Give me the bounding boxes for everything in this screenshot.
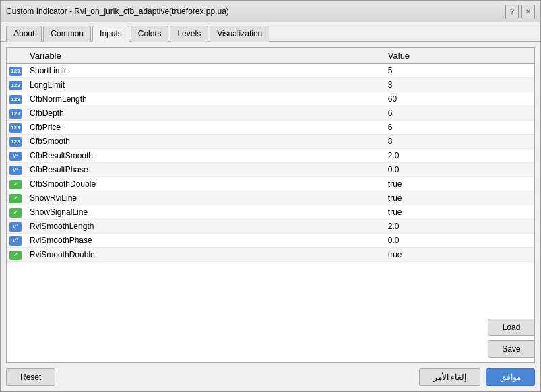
close-button[interactable]: ×	[521, 5, 535, 18]
col-variable-header: Variable	[24, 48, 383, 64]
row-value[interactable]: 2.0	[383, 220, 534, 234]
tab-colors[interactable]: Colors	[131, 26, 169, 42]
row-icon: ✓	[7, 205, 24, 220]
row-variable: CfbSmooth	[24, 135, 383, 149]
bottom-right-buttons: إلغاء الأمر موافق	[419, 368, 535, 386]
row-value[interactable]: true	[383, 248, 534, 262]
row-value[interactable]: 5	[383, 64, 534, 78]
row-value[interactable]: 0.0	[383, 234, 534, 248]
side-buttons: Load Save	[488, 319, 535, 358]
row-variable: CfbDepth	[24, 106, 383, 121]
row-icon: 123	[7, 78, 24, 92]
row-value[interactable]: 2.0	[383, 149, 534, 163]
icon-123: 123	[9, 137, 22, 147]
load-button[interactable]: Load	[488, 319, 535, 336]
row-variable: RviSmoothDouble	[24, 248, 383, 262]
table-row[interactable]: ✓ShowSignalLinetrue	[7, 205, 534, 220]
title-buttons: ? ×	[505, 5, 535, 18]
row-variable: ShowSignalLine	[24, 205, 383, 220]
cancel-button[interactable]: إلغاء الأمر	[419, 368, 480, 386]
row-value[interactable]: 6	[383, 121, 534, 135]
row-variable: ShortLimit	[24, 64, 383, 78]
row-icon: V²	[7, 163, 24, 177]
table-row[interactable]: 123CfbSmooth8	[7, 135, 534, 149]
row-icon: 123	[7, 92, 24, 106]
col-icon-header	[7, 48, 24, 64]
tab-levels[interactable]: Levels	[170, 26, 208, 42]
icon-bool: ✓	[9, 251, 22, 260]
icon-123: 123	[9, 95, 22, 104]
row-icon: 123	[7, 106, 24, 121]
icon-v2: V²	[9, 152, 22, 161]
row-value[interactable]: true	[383, 205, 534, 220]
row-value[interactable]: true	[383, 177, 534, 191]
row-variable: CfbSmoothDouble	[24, 177, 383, 191]
icon-123: 123	[9, 81, 22, 90]
variables-table-container[interactable]: Variable Value 123ShortLimit5123LongLimi…	[6, 47, 535, 363]
help-button[interactable]: ?	[505, 5, 519, 18]
tab-inputs[interactable]: Inputs	[92, 26, 129, 42]
table-row[interactable]: 123CfbPrice6	[7, 121, 534, 135]
row-value[interactable]: 8	[383, 135, 534, 149]
table-row[interactable]: V²CfbResultPhase0.0	[7, 163, 534, 177]
ok-button[interactable]: موافق	[486, 368, 535, 386]
row-value[interactable]: true	[383, 191, 534, 205]
content-area: بالإعدادات التالية	[1, 42, 540, 391]
table-row[interactable]: 123LongLimit3	[7, 78, 534, 92]
table-row[interactable]: ✓CfbSmoothDoubletrue	[7, 177, 534, 191]
row-variable: ShowRviLine	[24, 191, 383, 205]
row-icon: ✓	[7, 248, 24, 262]
table-row[interactable]: 123CfbNormLength60	[7, 92, 534, 106]
row-value[interactable]: 6	[383, 106, 534, 121]
bottom-area: Reset إلغاء الأمر موافق	[6, 363, 535, 386]
icon-bool: ✓	[9, 180, 22, 189]
table-header: Variable Value	[7, 48, 534, 64]
icon-123: 123	[9, 109, 22, 119]
table-row[interactable]: V²CfbResultSmooth2.0	[7, 149, 534, 163]
reset-button[interactable]: Reset	[6, 368, 55, 386]
row-value[interactable]: 60	[383, 92, 534, 106]
tab-common[interactable]: Common	[43, 26, 91, 42]
icon-bool: ✓	[9, 208, 22, 218]
row-icon: ✓	[7, 177, 24, 191]
title-bar: Custom Indicator - Rvi_on_jurik_cfb_adap…	[1, 1, 540, 22]
row-variable: RviSmoothPhase	[24, 234, 383, 248]
save-button[interactable]: Save	[488, 340, 535, 358]
row-icon: 123	[7, 135, 24, 149]
row-value[interactable]: 0.0	[383, 163, 534, 177]
tab-bar: About Common Inputs Colors Levels Visual…	[1, 22, 540, 42]
table-row[interactable]: V²RviSmoothLength2.0	[7, 220, 534, 234]
icon-bool: ✓	[9, 194, 22, 203]
row-variable: CfbResultSmooth	[24, 149, 383, 163]
tab-about[interactable]: About	[6, 26, 42, 42]
row-value[interactable]: 3	[383, 78, 534, 92]
row-icon: ✓	[7, 191, 24, 205]
row-icon: V²	[7, 220, 24, 234]
row-variable: LongLimit	[24, 78, 383, 92]
table-row[interactable]: ✓RviSmoothDoubletrue	[7, 248, 534, 262]
icon-v2: V²	[9, 222, 22, 232]
variables-table: Variable Value 123ShortLimit5123LongLimi…	[7, 48, 534, 262]
row-icon: 123	[7, 121, 24, 135]
row-variable: CfbResultPhase	[24, 163, 383, 177]
table-row[interactable]: 123ShortLimit5	[7, 64, 534, 78]
col-value-header: Value	[383, 48, 534, 64]
row-variable: RviSmoothLength	[24, 220, 383, 234]
table-row[interactable]: ✓ShowRviLinetrue	[7, 191, 534, 205]
bottom-left-buttons: Reset	[6, 368, 55, 386]
icon-123: 123	[9, 123, 22, 133]
table-body: 123ShortLimit5123LongLimit3123CfbNormLen…	[7, 64, 534, 262]
window-title: Custom Indicator - Rvi_on_jurik_cfb_adap…	[6, 7, 229, 16]
row-icon: V²	[7, 234, 24, 248]
row-icon: V²	[7, 149, 24, 163]
row-variable: CfbPrice	[24, 121, 383, 135]
tab-visualization[interactable]: Visualization	[210, 26, 269, 42]
table-row[interactable]: 123CfbDepth6	[7, 106, 534, 121]
main-window: Custom Indicator - Rvi_on_jurik_cfb_adap…	[0, 0, 541, 392]
row-variable: CfbNormLength	[24, 92, 383, 106]
table-row[interactable]: V²RviSmoothPhase0.0	[7, 234, 534, 248]
icon-123: 123	[9, 67, 22, 76]
icon-v2: V²	[9, 236, 22, 246]
icon-v2: V²	[9, 166, 22, 175]
row-icon: 123	[7, 64, 24, 78]
